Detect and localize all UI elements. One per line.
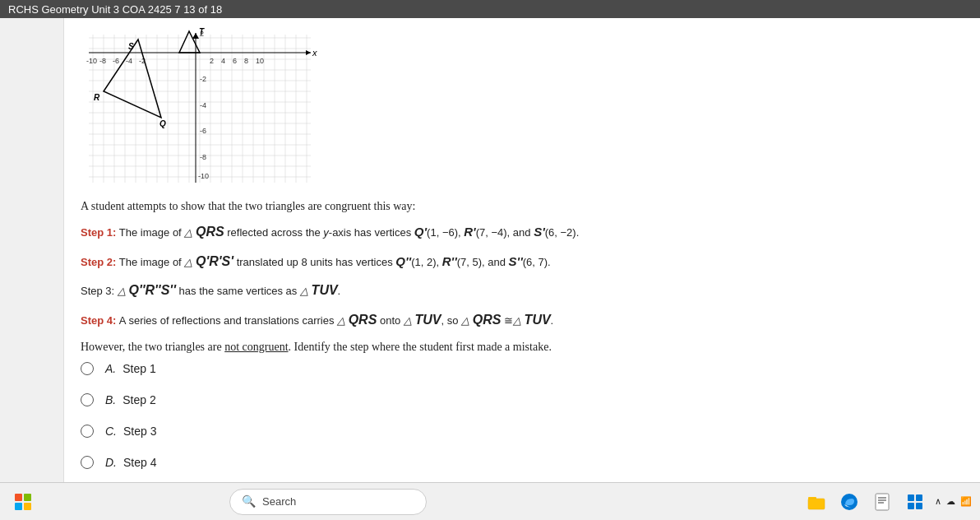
taskbar: 🔍 Search (0, 482, 980, 520)
svg-text:10: 10 (256, 57, 264, 65)
choice-d[interactable]: D. Step 4 (81, 456, 964, 469)
radio-d[interactable] (81, 456, 94, 469)
system-tray: ∧ ☁ 📶 (935, 496, 972, 507)
step1-line: Step 1: The image of △ QRS reflected acr… (81, 221, 964, 243)
choice-a-text: Step 1 (122, 362, 155, 375)
svg-text:-4: -4 (200, 101, 206, 109)
radio-c[interactable] (81, 425, 94, 438)
x-axis-label: x (312, 48, 317, 58)
choice-b[interactable]: B. Step 2 (81, 393, 964, 406)
step1-desc: The image of △ QRS reflected across the … (119, 226, 579, 239)
start-button[interactable] (8, 487, 38, 517)
choice-c-letter: C. (105, 425, 117, 438)
up-arrow-icon[interactable]: ∧ (935, 496, 941, 507)
label-Q: Q (159, 119, 166, 128)
svg-text:-8: -8 (99, 57, 106, 65)
file-explorer-icon[interactable] (803, 489, 830, 515)
svg-text:-10: -10 (198, 172, 209, 180)
conclusion: However, the two triangles are not congr… (81, 338, 964, 355)
step4-desc: A series of reflections and translations… (119, 314, 553, 327)
step3-desc: △ Q''R''S'' has the same vertices as △ T… (118, 285, 340, 297)
step3-label: Step 3: (81, 285, 118, 297)
notepad-icon[interactable] (869, 489, 895, 515)
step1-label: Step 1: (81, 226, 116, 239)
graph-container: x -10 -8 -6 -4 -2 2 4 6 8 10 2 -2 -4 -6 (81, 26, 319, 191)
cloud-icon: ☁ (946, 496, 955, 507)
search-bar[interactable]: 🔍 Search (229, 489, 427, 515)
svg-rect-62 (916, 494, 922, 501)
svg-rect-57 (876, 494, 889, 510)
app4-icon[interactable] (902, 489, 928, 515)
svg-text:-10: -10 (86, 57, 97, 65)
choice-d-letter: D. (105, 456, 117, 469)
step3-line: Step 3: △ Q''R''S'' has the same vertice… (81, 280, 964, 301)
search-text: Search (262, 495, 296, 508)
taskbar-icons: ∧ ☁ 📶 (803, 489, 972, 515)
step4-label: Step 4: (81, 314, 116, 327)
svg-text:6: 6 (233, 57, 237, 65)
wifi-icon: 📶 (960, 496, 972, 507)
choice-a[interactable]: A. Step 1 (81, 362, 964, 375)
sidebar (0, 18, 64, 482)
step2-label: Step 2: (81, 256, 116, 268)
triangle-tuv (179, 31, 200, 53)
label-T: T (199, 27, 205, 36)
svg-text:-8: -8 (200, 153, 206, 161)
svg-rect-54 (808, 499, 825, 509)
title-text: RCHS Geometry Unit 3 COA 2425 7 13 of 18 (8, 3, 222, 16)
svg-text:2: 2 (210, 57, 214, 65)
choice-b-text: Step 2 (122, 393, 155, 406)
step2-line: Step 2: The image of △ Q'R'S' translated… (81, 251, 964, 272)
answer-choices: A. Step 1 B. Step 2 C. Step 3 D. Step 4 (81, 362, 964, 469)
label-R: R (94, 93, 100, 102)
svg-text:8: 8 (244, 57, 248, 65)
svg-rect-63 (908, 503, 914, 509)
svg-text:4: 4 (221, 57, 225, 65)
radio-a[interactable] (81, 362, 94, 375)
step2-desc: The image of △ Q'R'S' translated up 8 un… (119, 256, 551, 268)
y-axis-arrow (192, 33, 199, 39)
svg-text:-6: -6 (200, 127, 206, 135)
search-icon: 🔍 (242, 494, 256, 508)
main-content: x -10 -8 -6 -4 -2 2 4 6 8 10 2 -2 -4 -6 (64, 18, 980, 482)
svg-rect-61 (908, 494, 914, 501)
choice-a-letter: A. (105, 362, 116, 375)
title-bar: RCHS Geometry Unit 3 COA 2425 7 13 of 18 (0, 0, 980, 18)
choice-c-text: Step 3 (123, 425, 156, 438)
question-intro: A student attempts to show that the two … (81, 197, 964, 215)
edge-browser-icon[interactable] (836, 489, 862, 515)
choice-b-letter: B. (105, 393, 116, 406)
step4-line: Step 4: A series of reflections and tran… (81, 309, 964, 331)
radio-b[interactable] (81, 393, 94, 406)
label-S: S (128, 42, 134, 51)
svg-text:-6: -6 (113, 57, 119, 65)
windows-logo (15, 494, 31, 510)
x-axis-arrow (306, 50, 311, 55)
svg-text:-4: -4 (126, 57, 132, 65)
svg-text:-2: -2 (200, 75, 206, 83)
choice-c[interactable]: C. Step 3 (81, 425, 964, 438)
choice-d-text: Step 4 (123, 456, 156, 469)
svg-rect-64 (916, 503, 922, 509)
triangle-qrs (104, 39, 161, 118)
